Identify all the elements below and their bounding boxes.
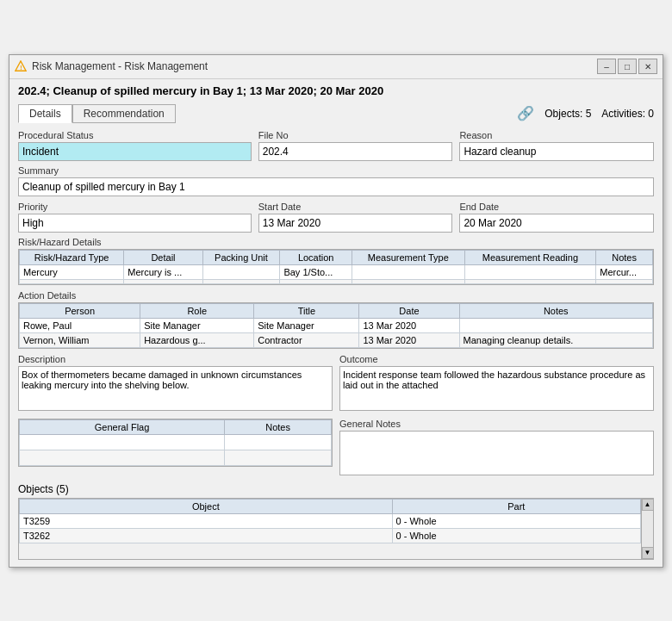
warning-icon: ! (15, 60, 27, 72)
col-title: Title (254, 303, 359, 318)
table-cell: Rowe, Paul (20, 318, 140, 332)
table-row (20, 434, 332, 450)
table-cell: T3259 (20, 513, 393, 528)
table-cell: 13 Mar 2020 (359, 318, 459, 332)
table-row: Vernon, WilliamHazardous g...Contractor1… (20, 332, 653, 347)
table-cell: T3262 (20, 528, 393, 543)
table-cell: Bay 1/Sto... (280, 264, 352, 279)
end-date-input[interactable] (459, 214, 654, 233)
start-date-label: Start Date (258, 202, 453, 212)
scroll-up-button[interactable]: ▲ (642, 499, 654, 511)
objects-table: Object Part T32590 - WholeT32620 - Whole (19, 499, 641, 543)
svg-text:!: ! (20, 65, 22, 71)
close-button[interactable]: ✕ (638, 59, 657, 74)
section-risk-hazard: Risk/Hazard Details Risk/Hazard Type Det… (18, 237, 654, 285)
row-priority-dates: Priority Start Date End Date (18, 202, 654, 233)
col-measurement-reading: Measurement Reading (464, 250, 596, 264)
general-flag-thead: General Flag Notes (20, 419, 332, 434)
objects-tbody: T32590 - WholeT32620 - Whole (20, 513, 641, 543)
table-cell: 0 - Whole (392, 513, 640, 528)
table-cell (352, 279, 464, 283)
section-action-details: Action Details Person Role Title Date No… (18, 290, 654, 349)
general-flag-section: General Flag Notes (18, 419, 333, 478)
maximize-button[interactable]: □ (618, 59, 637, 74)
action-details-thead: Person Role Title Date Notes (20, 303, 653, 318)
file-no-input[interactable] (258, 142, 453, 161)
table-row (20, 450, 332, 465)
table-cell: 13 Mar 2020 (359, 332, 459, 347)
description-textarea[interactable] (18, 366, 333, 411)
title-bar-buttons: – □ ✕ (597, 59, 657, 74)
table-cell (202, 279, 280, 283)
table-cell: Hazardous g... (140, 332, 254, 347)
col-general-flag: General Flag (20, 419, 225, 434)
table-row: T32620 - Whole (20, 528, 641, 543)
content-area: 202.4; Cleanup of spilled mercury in Bay… (9, 79, 663, 567)
row-status-fileno-reason: Procedural Status File No Reason (18, 130, 654, 161)
title-bar: ! Risk Management - Risk Management – □ … (9, 55, 663, 79)
tab-recommendation[interactable]: Recommendation (72, 104, 176, 123)
start-date-input[interactable] (258, 214, 453, 233)
file-no-label: File No (258, 130, 453, 140)
end-date-label: End Date (459, 202, 654, 212)
general-notes-label: General Notes (339, 419, 654, 429)
scroll-down-button[interactable]: ▼ (642, 547, 654, 559)
table-cell: Mercury (20, 264, 124, 279)
action-details-label: Action Details (18, 290, 654, 301)
table-cell (464, 264, 596, 279)
title-bar-left: ! Risk Management - Risk Management (15, 60, 208, 72)
flag-cell-1 (20, 434, 225, 450)
col-measurement-type: Measurement Type (352, 250, 464, 264)
tab-details[interactable]: Details (18, 104, 72, 123)
field-reason: Reason (459, 130, 654, 161)
priority-input[interactable] (18, 214, 252, 233)
general-notes-textarea[interactable] (339, 431, 654, 475)
table-cell: Mercury is ... (124, 264, 202, 279)
table-cell (352, 264, 464, 279)
action-details-tbody: Rowe, PaulSite ManagerSite Manager13 Mar… (20, 318, 653, 347)
general-flag-tbody (20, 434, 332, 465)
table-cell: Vernon, William (20, 332, 140, 347)
description-section: Description (18, 354, 333, 413)
col-action-notes: Notes (459, 303, 653, 318)
field-start-date: Start Date (258, 202, 453, 233)
col-role: Role (140, 303, 254, 318)
activities-count: Activities: 0 (601, 108, 654, 120)
flag-notes-cell-2 (225, 450, 332, 465)
col-notes: Notes (596, 250, 653, 264)
field-priority: Priority (18, 202, 252, 233)
objects-section: Objects (5) Object Part T32590 - WholeT3… (18, 483, 654, 560)
description-label: Description (18, 354, 333, 364)
field-end-date: End Date (459, 202, 654, 233)
col-packing-unit: Packing Unit (202, 250, 280, 264)
link-icon[interactable]: 🔗 (517, 105, 534, 121)
general-flag-header-row: General Flag Notes (20, 419, 332, 434)
table-cell (124, 279, 202, 283)
main-window: ! Risk Management - Risk Management – □ … (9, 54, 663, 568)
reason-input[interactable] (459, 142, 654, 161)
objects-thead: Object Part (20, 499, 641, 513)
procedural-status-input[interactable] (18, 142, 252, 161)
table-cell: Mercur... (596, 264, 653, 279)
risk-hazard-table-wrapper: Risk/Hazard Type Detail Packing Unit Loc… (18, 249, 654, 285)
table-cell (459, 318, 653, 332)
objects-header-row: Object Part (20, 499, 641, 513)
outcome-section: Outcome (339, 354, 654, 413)
table-cell (464, 279, 596, 283)
outcome-label: Outcome (339, 354, 654, 364)
general-flag-table: General Flag Notes (19, 419, 332, 466)
table-row: MercuryMercury is ...Bay 1/Sto...Mercur.… (20, 264, 653, 279)
flag-notes-cell-1 (225, 434, 332, 450)
minimize-button[interactable]: – (597, 59, 616, 74)
priority-label: Priority (18, 202, 252, 212)
risk-hazard-header-row: Risk/Hazard Type Detail Packing Unit Loc… (20, 250, 653, 264)
table-row: T32590 - Whole (20, 513, 641, 528)
table-cell (20, 279, 124, 283)
flag-notes-row: General Flag Notes (18, 419, 654, 478)
summary-input[interactable] (18, 177, 654, 196)
table-cell (280, 279, 352, 283)
col-person: Person (20, 303, 140, 318)
tabs-row: Details Recommendation 🔗 Objects: 5 Acti… (18, 104, 654, 123)
outcome-textarea[interactable] (339, 366, 654, 411)
objects-scrollbar: ▲ ▼ (641, 499, 653, 559)
